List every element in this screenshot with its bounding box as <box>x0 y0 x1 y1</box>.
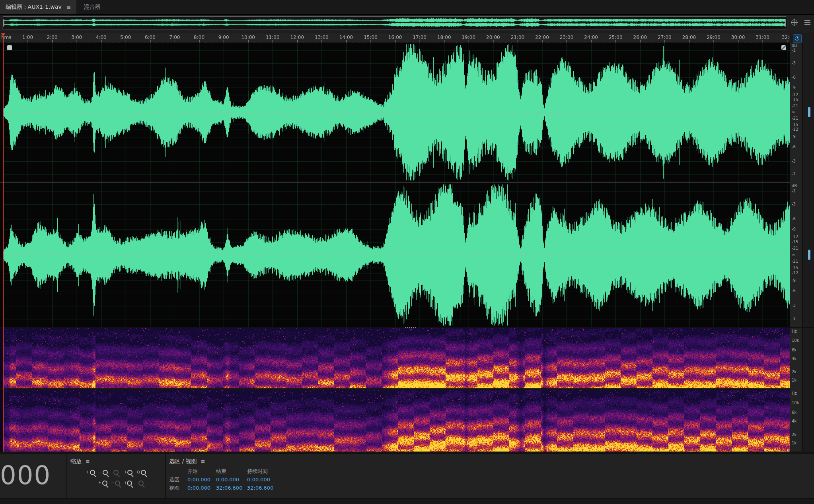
selection-value[interactable]: 0:00.000 <box>216 477 247 483</box>
zoom-sign-glyph: + <box>86 470 89 474</box>
overview-right-handle[interactable] <box>785 19 786 27</box>
ruler-minute-label: 11:00 <box>266 35 280 40</box>
time-display[interactable]: 000 <box>0 463 51 488</box>
magnifier-icon <box>141 470 146 475</box>
hz-tick-label: 4k <box>792 419 796 423</box>
db-tick-label: -15 <box>792 122 798 127</box>
overview-left-handle[interactable] <box>3 19 4 27</box>
zoom-sign-glyph: + <box>98 481 101 485</box>
db-tick-label: -6 <box>792 75 796 79</box>
db-tick-label: -15 <box>792 97 798 102</box>
crosshair-icon[interactable] <box>791 19 797 25</box>
db-tick-label: -3 <box>792 159 796 163</box>
ruler-minute-label: 31:00 <box>756 35 769 40</box>
zoom-out-amplitude-button[interactable]: − <box>110 479 121 487</box>
selection-value[interactable]: 0:00.000 <box>187 477 216 483</box>
hz-tick-label: 2k <box>792 432 796 437</box>
selection-value[interactable]: 32:06.600 <box>216 485 247 491</box>
db-tick-label: -1 <box>792 48 796 52</box>
clock-icon[interactable] <box>793 34 802 43</box>
tab-mixer-label: 混音器 <box>84 4 100 11</box>
db-tick-label: -9 <box>792 85 796 90</box>
magnifier-icon <box>115 481 120 486</box>
hz-tick-label: 10k <box>792 338 799 343</box>
row-label: 视图 <box>169 485 187 492</box>
timeline-ruler[interactable]: hms 1:002:003:004:005:006:007:008:009:00… <box>0 33 814 43</box>
amplitude-scroll-handle-left[interactable] <box>808 107 810 117</box>
zoom-out-time-button[interactable]: − <box>98 468 109 477</box>
zoom-in-time-button[interactable]: + <box>85 468 96 477</box>
amplitude-zoom-strip[interactable] <box>802 43 814 327</box>
ruler-minute-label: 4:00 <box>96 35 107 40</box>
magnifier-icon <box>127 470 132 475</box>
spectrogram-display[interactable] <box>0 328 790 452</box>
db-tick-label: -6 <box>792 217 796 221</box>
tab-editor-label: 编辑器 : AUX1-1.wav <box>6 4 62 11</box>
ruler-minute-label: 25:00 <box>609 35 623 40</box>
edit-corner-icon-left[interactable] <box>7 45 12 50</box>
column-header: 开始 <box>187 468 216 475</box>
zoom-in-left-edge-button[interactable]: ⟨ <box>123 468 134 477</box>
ruler-minute-label: 3:00 <box>71 35 82 40</box>
db-tick-label: -9 <box>792 134 796 139</box>
ruler-minute-label: 6:00 <box>145 35 156 40</box>
zoom-sign-glyph: − <box>99 470 102 474</box>
panel-divider <box>66 454 67 498</box>
hz-tick-label: 10k <box>792 401 799 405</box>
zoom-panel-menu-icon[interactable]: ≡ <box>86 458 90 464</box>
file-overview-strip[interactable] <box>2 16 787 29</box>
db-tick-label: -15 <box>792 240 798 244</box>
ruler-minute-label: 29:00 <box>707 35 721 40</box>
zoom-in-amplitude-button[interactable]: + <box>97 479 108 487</box>
ruler-minute-label: 8:00 <box>194 35 204 40</box>
hz-scale-title: Hz <box>792 329 797 333</box>
magnifier-icon <box>90 470 95 475</box>
hz-tick-label: 6k <box>792 348 796 352</box>
hz-tick-label: 6k <box>792 410 796 415</box>
db-tick-label: -9 <box>792 227 796 231</box>
playhead-handle[interactable] <box>1 33 5 36</box>
zoom-out-full-button[interactable] <box>111 468 121 477</box>
ruler-minute-label: 15:00 <box>364 35 378 40</box>
selection-panel-title: 选区 / 视图≡ <box>169 458 205 465</box>
ruler-labels: hms 1:002:003:004:005:006:007:008:009:00… <box>0 33 790 43</box>
selection-panel-menu-icon[interactable]: ≡ <box>201 458 205 464</box>
amplitude-scroll-handle-right[interactable] <box>808 250 810 260</box>
hz-tick-label: 1k <box>792 378 796 382</box>
row-label: 选区 <box>169 476 187 483</box>
frequency-hz-ruler[interactable]: Hz10k6k4k2k1kHz10k6k4k2k1k <box>790 328 802 452</box>
clock-face-icon <box>795 36 799 41</box>
ruler-minute-label: 24:00 <box>584 35 598 40</box>
db-tick-label: -21 <box>792 116 798 120</box>
ruler-minute-label: 21:00 <box>511 35 525 40</box>
db-tick-label: -3 <box>792 61 796 65</box>
ruler-minute-label: 17:00 <box>413 35 426 40</box>
zoom-sign-glyph: − <box>111 481 114 485</box>
tab-editor[interactable]: 编辑器 : AUX1-1.wav ≡ <box>0 0 76 14</box>
db-tick-label: -12 <box>792 271 798 275</box>
magnifier-icon <box>113 470 119 475</box>
zoom-in-right-edge-button[interactable]: ⟩ <box>123 479 134 487</box>
selection-value[interactable]: 0:00.000 <box>247 477 287 483</box>
zoom-sign-glyph: ⟨⟩ <box>137 470 140 474</box>
db-tick-label: -6 <box>792 289 796 293</box>
panel-menu-icon[interactable]: ≡ <box>66 4 71 10</box>
selection-value[interactable]: 0:00.000 <box>187 485 216 491</box>
db-tick-label: -9 <box>792 278 796 283</box>
amplitude-db-ruler[interactable]: dB-1-1-3-3-6-6-9-9-12-12-15-15-21-21∞dB-… <box>790 43 802 327</box>
zoom-to-selection-button[interactable]: ⟨⟩ <box>136 468 147 477</box>
db-tick-label: -12 <box>792 93 798 97</box>
ruler-minute-label: 13:00 <box>315 35 329 40</box>
overview-waveform[interactable] <box>4 17 785 27</box>
playhead-line[interactable] <box>3 33 4 452</box>
frequency-zoom-strip[interactable] <box>802 328 814 452</box>
audition-editor-window: 编辑器 : AUX1-1.wav ≡ 混音器 hms 1:002:003:004… <box>0 0 814 504</box>
zoom-reset-button[interactable] <box>136 479 146 487</box>
waveform-display[interactable] <box>0 43 790 327</box>
edit-corner-icon-right[interactable] <box>781 45 786 50</box>
zoom-sign-glyph: ⟩ <box>125 481 126 485</box>
tab-mixer[interactable]: 混音器 <box>76 0 107 14</box>
bottom-panel: 000 缩放≡ +−⟨⟨⟩ +−⟩ 选区 / 视图≡ 开始结束持续时间选区0:0… <box>0 454 814 498</box>
settings-sliders-icon[interactable] <box>804 20 810 25</box>
selection-value[interactable]: 32:06.600 <box>247 485 287 491</box>
